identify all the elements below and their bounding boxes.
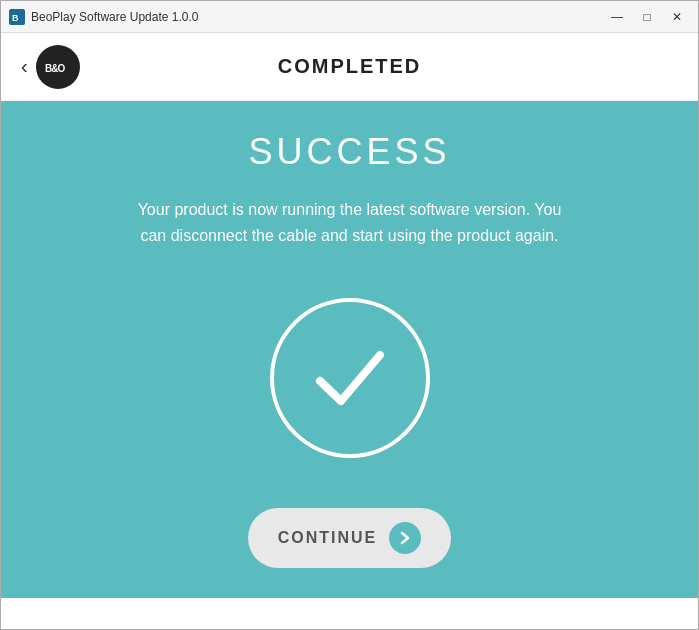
app-icon: B (9, 9, 25, 25)
checkmark-circle (270, 298, 430, 458)
window-title: BeoPlay Software Update 1.0.0 (31, 10, 198, 24)
svg-text:B: B (12, 13, 19, 23)
bo-logo-svg: B&O (44, 55, 72, 79)
main-wrapper: SUCCESS Your product is now running the … (1, 101, 698, 629)
maximize-button[interactable]: □ (634, 7, 660, 27)
header: ‹ B&O COMPLETED (1, 33, 698, 101)
continue-arrow-icon (389, 522, 421, 554)
success-message: Your product is now running the latest s… (130, 197, 570, 248)
close-button[interactable]: ✕ (664, 7, 690, 27)
back-button[interactable]: ‹ B&O (21, 45, 80, 89)
chevron-right-icon (398, 531, 412, 545)
title-bar: B BeoPlay Software Update 1.0.0 — □ ✕ (1, 1, 698, 33)
continue-button[interactable]: CONTINUE (248, 508, 452, 568)
svg-text:B&O: B&O (45, 63, 65, 74)
logo: B&O (36, 45, 80, 89)
app-window: B BeoPlay Software Update 1.0.0 — □ ✕ ‹ … (0, 0, 699, 630)
continue-label: CONTINUE (278, 529, 378, 547)
back-arrow-icon: ‹ (21, 55, 28, 78)
window-controls: — □ ✕ (604, 7, 690, 27)
success-title: SUCCESS (248, 131, 450, 173)
page-title: COMPLETED (278, 55, 422, 78)
checkmark-icon (305, 333, 395, 423)
main-content: SUCCESS Your product is now running the … (1, 101, 698, 598)
title-bar-left: B BeoPlay Software Update 1.0.0 (9, 9, 198, 25)
minimize-button[interactable]: — (604, 7, 630, 27)
